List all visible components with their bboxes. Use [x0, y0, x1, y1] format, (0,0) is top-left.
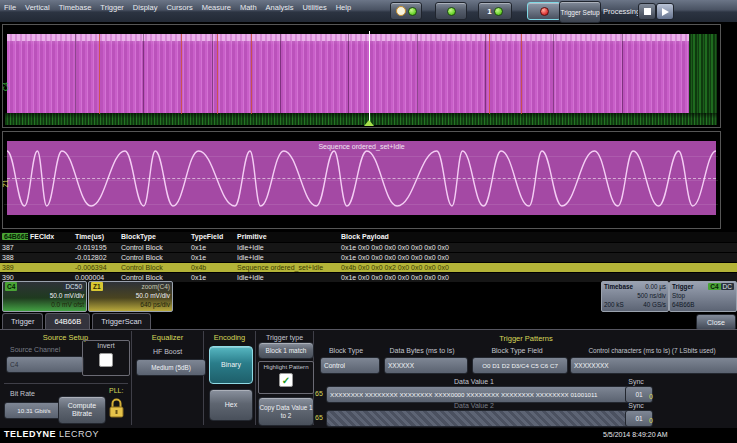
z1-descriptor-box[interactable]: Z1 zoom(C4) 50.0 mV/div 640 ps/div: [88, 281, 173, 312]
menu-item-timebase[interactable]: Timebase: [59, 3, 92, 12]
column-divider: [255, 331, 256, 425]
bit0-label2: 0: [649, 417, 653, 424]
c4-vdiv: 50.0 mV/div: [3, 291, 86, 300]
decode-table: 64B66B FECIdx Time(us) BlockType TypeFie…: [0, 232, 737, 279]
tab-triggerscan[interactable]: TriggerScan: [92, 313, 151, 330]
pll-lock-icon: [108, 397, 125, 424]
waveform-grid-z1[interactable]: Sequence ordered_set+Idle Z1: [2, 131, 721, 229]
data-value2-label: Data Value 2: [326, 402, 622, 409]
block-type-field-label: Block Type Field: [472, 347, 562, 354]
invert-frame: Invert: [82, 340, 130, 376]
table-row[interactable]: 388 -0.012802Control Block 0x1eIdle+Idle…: [0, 253, 737, 263]
col-typefield: TypeField: [189, 232, 235, 242]
stop-acquisition-button[interactable]: [638, 3, 656, 20]
menu-item-file[interactable]: File: [4, 3, 16, 12]
block-type-field-value[interactable]: O0 D1 D2 D3/C4 C5 C6 C7: [472, 357, 568, 374]
encoding-hex-button[interactable]: Hex: [209, 389, 253, 421]
trigger-source-chip: C4: [708, 283, 720, 290]
block-match-button[interactable]: Block 1 match: [258, 342, 314, 359]
dialog-tabs: Trigger 64B66B TriggerScan: [0, 313, 151, 329]
zero-level-dashed-line: [7, 178, 716, 179]
compute-bitrate-button[interactable]: Compute Bitrate: [58, 396, 106, 424]
menu-item-trigger[interactable]: Trigger: [100, 3, 123, 12]
c4-grid-label: C4: [2, 82, 9, 91]
grid-hline: [4, 180, 718, 181]
timebase-box[interactable]: Timebase 0.00 µs 500 ns/div 200 kS 40 GS…: [601, 281, 669, 312]
waveform-grid-c4[interactable]: C4: [2, 24, 721, 128]
bit-rate-value[interactable]: 10.31 Gbit/s: [4, 402, 64, 419]
play-icon: [662, 8, 669, 16]
c4-chip: C4: [5, 282, 17, 291]
logo-main: TELEDYNE: [4, 429, 56, 439]
table-row[interactable]: 387 -0.019195Control Block 0x1eIdle+Idle…: [0, 243, 737, 253]
copy-data-value-button[interactable]: Copy Data Value 1 to 2: [258, 397, 314, 426]
col-time: Time(us): [73, 232, 119, 242]
tab-trigger[interactable]: Trigger: [2, 313, 43, 330]
block-type-select[interactable]: Control: [320, 357, 380, 374]
bit65-label2: 65: [315, 414, 323, 421]
decode-annotation: Sequence ordered_set+Idle: [7, 143, 716, 150]
z1-vdiv: 50.0 mV/div: [89, 291, 172, 300]
pll-label: PLL:: [109, 387, 123, 394]
green-led-icon: [494, 7, 503, 16]
equalizer-header: Equalizer: [132, 333, 203, 342]
menu-item-math[interactable]: Math: [240, 3, 257, 12]
menu-item-vertical[interactable]: Vertical: [25, 3, 50, 12]
trigger-normal-button[interactable]: [435, 2, 467, 20]
menu-item-display[interactable]: Display: [133, 3, 158, 12]
timebase-scale: 500 ns/div: [602, 291, 668, 300]
run-acquisition-button[interactable]: [656, 3, 674, 20]
trigger-auto-button[interactable]: [390, 2, 422, 20]
bit-rate-label: Bit Rate: [10, 390, 35, 397]
trigger-setup-button[interactable]: Trigger Setup: [559, 1, 601, 23]
col-blocktype: BlockType: [119, 232, 189, 242]
column-divider: [131, 331, 132, 425]
grid-division: [280, 34, 281, 114]
error-marker-line: [99, 34, 100, 114]
invert-checkbox[interactable]: [99, 353, 113, 367]
menu-bar: File Vertical Timebase Trigger Display C…: [4, 3, 351, 12]
data-bytes-label: Data Bytes (ms to ls): [384, 347, 460, 354]
c4-offset: 0.0 mV ofst: [3, 300, 86, 309]
trigger-single-button[interactable]: 1: [478, 2, 512, 20]
stop-icon: [644, 8, 651, 15]
menu-item-analysis[interactable]: Analysis: [266, 3, 294, 12]
encoding-header: Encoding: [204, 333, 255, 342]
section-divider: [4, 383, 128, 384]
tab-64b66b[interactable]: 64B66B: [45, 313, 90, 330]
trigger-stop-button[interactable]: [527, 2, 561, 20]
col-payload: Block Payload: [339, 232, 737, 242]
menu-item-utilities[interactable]: Utilities: [303, 3, 327, 12]
c4-descriptor-box[interactable]: C4 DC50 50.0 mV/div 0.0 mV ofst: [2, 281, 87, 312]
highlight-pattern-label: Highlight Pattern: [259, 363, 313, 370]
hf-boost-select[interactable]: Medium (5dB): [136, 359, 206, 376]
encoding-binary-button[interactable]: Binary: [209, 346, 253, 384]
trigger-type-label: Trigger type: [256, 334, 313, 341]
decode-protocol-badge: 64B66B: [2, 233, 28, 240]
highlight-pattern-checkbox[interactable]: ✓: [279, 373, 293, 387]
grid-division: [143, 34, 144, 114]
clock-icon: [396, 6, 406, 16]
trigger-position-marker[interactable]: [364, 120, 374, 126]
timebase-title: Timebase: [604, 282, 633, 291]
logo-sub: LECROY: [59, 429, 99, 439]
data-bytes-field[interactable]: XXXXXX: [384, 357, 468, 374]
grid-hline: [4, 156, 718, 157]
data-value1-field[interactable]: XXXXXXXX XXXXXXXX XXXXXXXX XXXX0000 XXXX…: [326, 386, 630, 403]
grid-division: [348, 34, 349, 114]
menu-item-help[interactable]: Help: [336, 3, 351, 12]
control-chars-field[interactable]: XXXXXXXX: [570, 357, 737, 374]
trigger-box[interactable]: Trigger C4DC Stop 64B66B: [669, 281, 737, 312]
control-chars-label: Control characters (ms to ls) (7 LSbits …: [570, 347, 734, 354]
trigger-type: 64B66B: [670, 300, 736, 309]
red-led-icon: [540, 7, 549, 16]
data-value2-field[interactable]: [326, 410, 630, 427]
z1-grid-label: Z1: [2, 179, 9, 187]
menu-item-measure[interactable]: Measure: [202, 3, 231, 12]
table-row-selected[interactable]: 389 -0.006394Control Block 0x4bSequence …: [0, 263, 737, 273]
block-type-label: Block Type: [318, 347, 374, 354]
grid-division: [622, 34, 623, 114]
source-channel-select[interactable]: C4: [6, 356, 84, 373]
grid-division: [485, 34, 486, 114]
menu-item-cursors[interactable]: Cursors: [166, 3, 192, 12]
